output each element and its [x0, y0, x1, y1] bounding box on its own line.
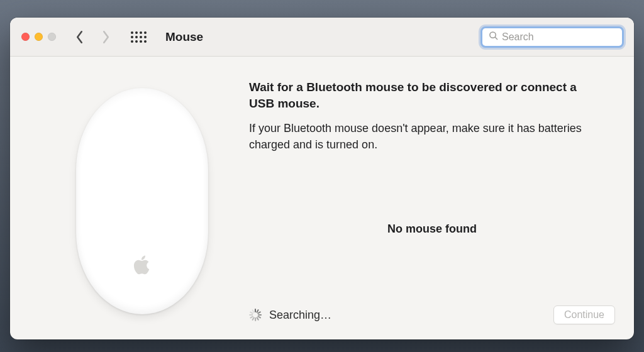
preferences-window: Mouse Wait for a Bluetooth mouse to be d…	[10, 18, 634, 339]
page-title: Mouse	[165, 30, 203, 44]
spinner-icon	[249, 309, 262, 321]
status-text: No mouse found	[387, 223, 477, 236]
status-area: No mouse found	[249, 153, 615, 305]
instruction-heading: Wait for a Bluetooth mouse to be discove…	[249, 79, 601, 111]
footer-bar: Searching… Continue	[249, 305, 615, 327]
content-area: Wait for a Bluetooth mouse to be discove…	[10, 57, 634, 339]
back-button[interactable]	[75, 30, 84, 44]
apple-logo-icon	[133, 254, 151, 275]
search-icon	[489, 31, 498, 43]
instruction-subtext: If your Bluetooth mouse doesn't appear, …	[249, 120, 601, 153]
minimize-button[interactable]	[35, 33, 43, 41]
nav-buttons	[75, 30, 110, 44]
svg-line-1	[495, 37, 497, 39]
grid-icon	[131, 31, 147, 43]
mouse-illustration	[76, 88, 208, 314]
searching-label: Searching…	[269, 309, 331, 322]
show-all-button[interactable]	[131, 30, 145, 44]
main-pane: Wait for a Bluetooth mouse to be discove…	[249, 75, 615, 327]
toolbar: Mouse	[10, 18, 634, 57]
search-input[interactable]	[502, 31, 616, 43]
forward-button[interactable]	[101, 30, 110, 44]
mouse-illustration-pane	[35, 75, 249, 327]
zoom-button[interactable]	[48, 33, 56, 41]
window-controls	[21, 33, 56, 41]
close-button[interactable]	[21, 33, 30, 41]
continue-button[interactable]: Continue	[553, 305, 615, 324]
search-field[interactable]	[480, 26, 624, 48]
